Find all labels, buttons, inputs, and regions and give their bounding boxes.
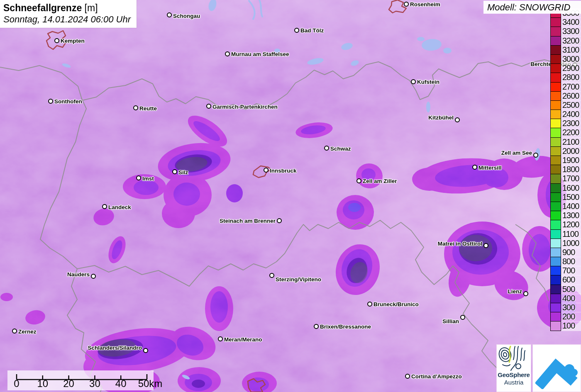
- legend-row: 600: [550, 275, 581, 285]
- legend-color-swatch: [550, 275, 561, 285]
- legend-value-label: 2900: [561, 63, 581, 73]
- legend-value-label: 300: [561, 303, 581, 312]
- blue-mountain-cloud-icon: [535, 348, 579, 389]
- legend-value-label: 3200: [561, 36, 581, 46]
- title-variable-name: Schneefallgrenze: [3, 2, 82, 13]
- terrain-hillshade: [0, 0, 581, 392]
- legend-row: 800: [550, 257, 581, 266]
- legend-row: 400: [550, 294, 581, 303]
- legend-row: 2800: [550, 73, 581, 82]
- legend-row: 3200: [550, 36, 581, 46]
- legend-value-label: 1700: [561, 174, 581, 183]
- legend-value-label: 100: [561, 321, 581, 331]
- legend-value-label: 900: [561, 248, 581, 257]
- legend-color-swatch: [550, 54, 561, 64]
- legend-row: 2000: [550, 146, 581, 156]
- legend-value-label: 1600: [561, 183, 581, 193]
- legend-value-label: 2400: [561, 110, 581, 119]
- legend-value-label: 3100: [561, 45, 581, 55]
- legend-color-swatch: [550, 63, 561, 73]
- legend-value-label: 2300: [561, 119, 581, 128]
- legend-value-label: 1000: [561, 239, 581, 248]
- legend-value-label: 1900: [561, 156, 581, 165]
- legend-row: 900: [550, 248, 581, 257]
- legend-value-label: 500: [561, 285, 581, 294]
- legend-color-swatch: [550, 239, 561, 248]
- legend-row: 1700: [550, 174, 581, 183]
- legend-value-label: 3000: [561, 54, 581, 64]
- legend-value-label: 3300: [561, 27, 581, 36]
- legend-value-label: 2500: [561, 100, 581, 110]
- legend-color-swatch: [550, 91, 561, 101]
- legend-color-swatch: [550, 27, 561, 36]
- legend-color-swatch: [550, 119, 561, 128]
- geosphere-contour-icon: [497, 345, 528, 372]
- legend-color-swatch: [550, 82, 561, 92]
- legend-row: 1200: [550, 220, 581, 229]
- legend-row: 3300: [550, 27, 581, 36]
- legend-row: 700: [550, 266, 581, 275]
- legend-color-swatch: [550, 257, 561, 266]
- scale-tick-label: 10: [37, 378, 48, 390]
- title-box: Schneefallgrenze [m] Sonntag, 14.01.2024…: [0, 0, 137, 28]
- legend-row: 3400: [550, 17, 581, 27]
- map-svg: [0, 0, 581, 392]
- legend-color-swatch: [550, 183, 561, 193]
- legend-color-swatch: [550, 312, 561, 321]
- title-datetime: Sonntag, 14.01.2024 06:00 Uhr: [3, 14, 131, 25]
- legend-value-label: 1800: [561, 165, 581, 174]
- legend-value-label: 1300: [561, 211, 581, 220]
- legend-row: 500: [550, 285, 581, 294]
- legend-value-label: 2000: [561, 146, 581, 156]
- legend-value-label: 2800: [561, 73, 581, 82]
- legend-row: 2500: [550, 100, 581, 110]
- scale-bar: 01020304050km: [7, 370, 154, 390]
- legend-row: 100: [550, 321, 581, 331]
- title-unit: [m]: [85, 2, 98, 13]
- model-label: Modell: SNOWGRID: [487, 2, 570, 13]
- legend-row: 2400: [550, 110, 581, 119]
- scale-tick-label: 30: [89, 378, 100, 390]
- legend-row: 2300: [550, 119, 581, 128]
- legend-row: 1500: [550, 192, 581, 202]
- legend-row: 1600: [550, 183, 581, 193]
- geosphere-wordmark: GeoSphere: [497, 371, 531, 378]
- legend-row: 1300: [550, 211, 581, 220]
- scale-tick-label: 50km: [138, 378, 163, 390]
- legend-row: 1900: [550, 156, 581, 165]
- legend-color-swatch: [550, 73, 561, 82]
- legend-value-label: 1500: [561, 192, 581, 202]
- legend-value-label: 200: [561, 312, 581, 321]
- legend: 3500340033003200310030002900280027002600…: [550, 8, 581, 331]
- legend-value-label: 2100: [561, 137, 581, 147]
- legend-color-swatch: [550, 266, 561, 275]
- legend-row: 2200: [550, 128, 581, 137]
- legend-row: 2100: [550, 137, 581, 147]
- legend-row: 300: [550, 303, 581, 312]
- legend-row: 3000: [550, 54, 581, 64]
- model-label-box: Modell: SNOWGRID: [483, 1, 581, 14]
- legend-row: 2900: [550, 63, 581, 73]
- legend-color-swatch: [550, 202, 561, 211]
- legend-color-swatch: [550, 303, 561, 312]
- legend-color-swatch: [550, 146, 561, 156]
- legend-color-swatch: [550, 137, 561, 147]
- legend-row: 200: [550, 312, 581, 321]
- geosphere-logo: GeoSphere Austria: [496, 344, 531, 392]
- snowline-map-page: RosenheimSchongauBad TölzKemptenMurnau a…: [0, 0, 581, 392]
- legend-color-swatch: [550, 36, 561, 46]
- legend-value-label: 2700: [561, 82, 581, 92]
- scale-tick-label: 0: [14, 378, 19, 390]
- legend-value-label: 2200: [561, 128, 581, 137]
- legend-value-label: 1200: [561, 220, 581, 229]
- legend-color-swatch: [550, 45, 561, 55]
- legend-row: 1100: [550, 229, 581, 239]
- legend-color-swatch: [550, 220, 561, 229]
- scale-tick-label: 20: [63, 378, 74, 390]
- legend-color-swatch: [550, 321, 561, 331]
- legend-color-swatch: [550, 100, 561, 110]
- scale-bar-labels: 01020304050km: [7, 378, 154, 390]
- legend-value-label: 2600: [561, 91, 581, 101]
- legend-row: 1000: [550, 239, 581, 248]
- legend-color-swatch: [550, 285, 561, 294]
